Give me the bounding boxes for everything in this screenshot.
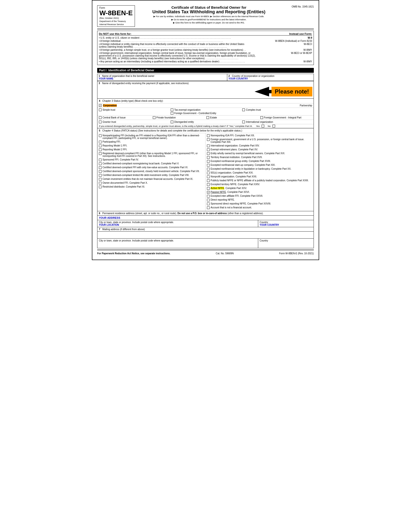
title2: United States Tax Withholding and Report…	[138, 10, 280, 15]
checkbox-ch4-r14[interactable]	[207, 187, 210, 190]
ch4-l13-text: Restricted distributor. Complete Part XI…	[103, 185, 145, 188]
checkbox-estate[interactable]	[206, 116, 209, 119]
checkbox-fg-integral[interactable]	[260, 116, 263, 119]
ch4-right-13: Excepted territory NFFE. Complete Part X…	[207, 183, 312, 186]
checkbox-ch4-l9[interactable]	[99, 170, 102, 173]
addr6-country-value[interactable]: YOUR COUNTRY	[260, 224, 312, 226]
addr7-label: Mailing address (if different from above…	[102, 228, 145, 231]
checkbox-central-bank[interactable]	[99, 116, 102, 119]
ch4-r11-text: Nonprofit organization. Complete Part XX…	[210, 175, 257, 178]
checkbox-ch4-l6[interactable]	[99, 159, 102, 161]
city-value[interactable]: YOUR LOCATION	[99, 224, 257, 226]
checkbox-corporation[interactable]: ✓	[99, 104, 102, 107]
checkbox-ch4-l8[interactable]	[99, 166, 102, 169]
ch4-l6-text: Sponsored FFI. Complete Part IV.	[103, 158, 139, 161]
checkbox-ch4-r12[interactable]	[207, 179, 210, 182]
checkbox-ch4-r16[interactable]	[207, 195, 210, 198]
checkbox-ch4-r4[interactable]	[207, 148, 210, 151]
checkbox-ch4-l11[interactable]	[99, 178, 102, 180]
form-label: Form	[99, 7, 133, 9]
form-footer: For Paperwork Reduction Act Notice, see …	[97, 250, 314, 255]
chapter4-header: 5 Chapter 4 Status (FATCA status) (See i…	[97, 128, 314, 133]
ch4-r6-text: Territory financial institution. Complet…	[210, 156, 263, 159]
checkbox-ch4-l12[interactable]	[99, 182, 102, 184]
field1-value[interactable]: YOUR NAME	[99, 77, 226, 80]
omb-number: OMB No. 1545-1621	[280, 5, 314, 8]
field3-num: 3	[99, 82, 100, 85]
checkbox-simple-trust[interactable]	[99, 109, 102, 111]
checkbox-ch4-l10[interactable]	[99, 174, 102, 177]
ch4-r16-text: Excepted inter-affiliate FFI. Complete P…	[210, 195, 263, 197]
addr7-city-value[interactable]	[99, 242, 257, 247]
checkbox-ch4-r18[interactable]	[207, 203, 210, 205]
checkbox-ch4-r5[interactable]	[207, 152, 210, 155]
ch4-l4-text: Reporting Model 2 FFI.	[103, 148, 127, 151]
bullet-form-1: W-9	[308, 37, 312, 39]
checkbox-ch4-r3[interactable]	[207, 144, 210, 147]
bullet-form-6: W-8IMY	[303, 60, 312, 63]
checkbox-ch4-l1[interactable]	[99, 134, 102, 137]
checkbox-ch4-l2[interactable]	[99, 141, 102, 143]
intl-org-label: International organization	[246, 121, 273, 123]
addr7-blank	[97, 232, 314, 238]
checkbox-fg-controlled[interactable]	[171, 112, 173, 114]
chapter4-section: 5 Chapter 4 Status (FATCA status) (See i…	[97, 128, 314, 211]
checkbox-ch4-r11[interactable]	[207, 175, 210, 178]
ch4-r17-text: Direct reporting NFFE.	[210, 199, 235, 201]
addr6-value-row[interactable]: YOUR ADDRESS	[97, 216, 314, 220]
paperwork-notice: For Paperwork Reduction Act Notice, see …	[97, 252, 171, 255]
checkbox-hybrid-yes[interactable]	[262, 125, 264, 127]
sub1: ▶ For use by entities. Individuals must …	[138, 15, 280, 18]
checkbox-ch4-r15[interactable]: ✓	[207, 191, 210, 194]
ch4-l3-text: Reporting Model 1 FFI.	[103, 144, 127, 147]
ch4-left-12: Owner-documented FFI. Complete Part X.	[99, 181, 204, 184]
checkbox-ch4-r2[interactable]	[207, 138, 210, 141]
checkbox-disregarded[interactable]	[171, 121, 173, 123]
form-page: Form W-8BEN-E (Rev. October 2021) Depart…	[92, 0, 319, 260]
addr6-country-label: Country	[260, 221, 312, 224]
bullet-text-2: • A foreign individual . . . . . . . . .…	[99, 40, 273, 42]
addr7-country-cell: Country	[258, 238, 314, 248]
checkbox-ch4-r1[interactable]	[207, 134, 210, 137]
please-note-box: Please note!	[271, 87, 312, 96]
ch4-left-13: Restricted distributor. Complete Part XI…	[99, 185, 204, 188]
header-title-block: Certificate of Status of Beneficial Owne…	[138, 5, 280, 24]
checkbox-hybrid-no[interactable]	[272, 125, 275, 127]
checkbox-ch4-r6[interactable]	[207, 156, 210, 159]
chapter4-grid: Nonparticipating FFI (including an FFI r…	[97, 133, 314, 211]
checkbox-ch4-r9[interactable]	[207, 168, 210, 171]
ch4-right-2: Foreign government, government of a U.S.…	[207, 138, 312, 143]
checkbox-ch4-r8[interactable]	[207, 164, 210, 167]
addr6-value[interactable]: YOUR ADDRESS	[99, 216, 120, 219]
bullet-row-2: • A foreign individual . . . . . . . . .…	[99, 40, 312, 42]
checkbox-grantor-trust[interactable]	[99, 121, 102, 123]
checkbox-intl-org[interactable]	[242, 121, 245, 123]
bullet-text-3: • A foreign individual or entity claimin…	[99, 43, 302, 48]
checkbox-tax-exempt[interactable]	[171, 109, 173, 111]
field2-value[interactable]: YOUR COUNTRY	[229, 77, 312, 80]
checkbox-ch4-l4[interactable]	[99, 148, 102, 151]
entity-row-1: ✓ Corporation Partnership	[97, 104, 314, 108]
checkbox-private-foundation[interactable]	[153, 116, 155, 119]
checkbox-complex-trust[interactable]	[242, 109, 245, 111]
checkbox-ch4-l7[interactable]	[99, 162, 102, 165]
ch4-r5-text: Entity wholly owned by exempt beneficial…	[210, 152, 285, 155]
addr6-num: 6	[99, 212, 100, 215]
addr6-c: (other than a registered address).	[228, 212, 263, 215]
ch4-r19-text: Account that is not a financial account.	[210, 206, 252, 209]
ch4-r15-text: Passive NFFE. Complete Part XXVI.	[210, 191, 250, 193]
addr7-label-row: 7 Mailing address (if different from abo…	[97, 227, 314, 232]
checkbox-ch4-l13[interactable]	[99, 186, 102, 188]
bullet-form-4: W-8IMY	[303, 48, 312, 51]
cat-number: Cat. No. 59689N	[216, 252, 234, 255]
checkbox-ch4-r10[interactable]	[207, 172, 210, 174]
checkbox-ch4-r7[interactable]	[207, 160, 210, 163]
checkbox-ch4-r13[interactable]	[207, 183, 210, 186]
checkbox-ch4-r17[interactable]	[207, 199, 210, 201]
checkbox-ch4-r19[interactable]	[207, 206, 210, 209]
checkbox-ch4-l3[interactable]	[99, 144, 102, 147]
grantor-trust-label: Grantor trust	[103, 121, 116, 123]
checkbox-ch4-l5[interactable]	[99, 152, 102, 155]
ch4-left-col: Nonparticipating FFI (including an FFI r…	[97, 133, 206, 211]
ch4-r2-text: Foreign government, government of a U.S.…	[210, 138, 312, 143]
